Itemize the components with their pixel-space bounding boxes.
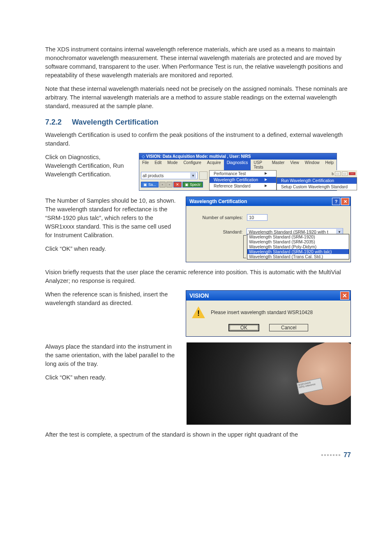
paragraph: Click “OK” when ready. [45, 373, 179, 382]
help-icon[interactable]: ? [332, 198, 340, 205]
standard-label: Standard: [194, 229, 242, 234]
ok-button[interactable]: OK [228, 324, 259, 331]
diagnostics-submenu: Performance Test▶ Wavelength Certificati… [209, 170, 277, 190]
num-samples-label: Number of samples: [194, 215, 243, 220]
product-combo[interactable]: all products▼ [141, 172, 198, 179]
section-number: 7.2.2 [45, 118, 70, 127]
cancel-button[interactable]: Cancel [269, 324, 308, 331]
menu-item[interactable]: Mode [164, 160, 180, 170]
close-icon[interactable]: ✕ [341, 198, 349, 205]
page-footer: 77 [45, 451, 351, 459]
menu-item[interactable]: View [287, 160, 302, 170]
paragraph: Click on Diagnostics, Wavelength Certifi… [45, 153, 131, 179]
paragraph: When the reference scan is finished, ins… [45, 290, 178, 308]
paragraph: Always place the standard into the instr… [45, 342, 179, 368]
task-button[interactable]: ▫ [166, 182, 173, 187]
menu-item[interactable]: Help [322, 160, 337, 170]
standard-dropdown-list: Wavelength Standard (SRM-1920) Wavelengt… [247, 234, 349, 259]
window-titlebar: ◇ VISION: Data Acquisition Mode: multivi… [139, 153, 337, 160]
messagebox-titlebar: VISION ✕ [186, 291, 350, 301]
paragraph: Wavelength Certification is used to conf… [45, 131, 351, 148]
paragraph: After the test is complete, a spectrum o… [45, 430, 351, 439]
close-button[interactable]: ✕ [173, 182, 182, 187]
num-samples-input[interactable]: 10 [247, 214, 267, 221]
toolbar-chip: ▭ [335, 171, 341, 176]
task-button[interactable]: ▫ [159, 182, 166, 187]
toolbar-button[interactable] [199, 171, 208, 180]
menu-item[interactable]: Edit [152, 160, 164, 170]
dialog-titlebar: Wavelength Certification ? ✕ [186, 197, 350, 206]
paragraph: The XDS instrument contains internal wav… [45, 45, 351, 80]
paragraph: Vision briefly requests that the user pl… [45, 268, 351, 285]
dropdown-option[interactable]: Wavelength Standard (Poly-Didym) [247, 244, 349, 249]
submenu-item[interactable]: Performance Test▶ [210, 171, 276, 177]
dropdown-option[interactable]: Wavelength Standard (SRM-1920) [247, 234, 349, 239]
chevron-down-icon: ▼ [190, 173, 196, 178]
toolbar-chip: ▭ [342, 171, 348, 176]
menu-item-open[interactable]: Diagnostics [224, 160, 251, 170]
menubar: File Edit Mode Configure Acquire Diagnos… [139, 160, 337, 170]
menu-item[interactable]: Configure [180, 160, 204, 170]
wavelength-cert-dialog: Wavelength Certification ? ✕ Number of s… [186, 197, 351, 262]
instrument-photo: WSR10428 NIRS reference [187, 342, 351, 425]
paragraph: Click “OK” when ready. [45, 245, 178, 253]
paragraph: Note that these internal wavelength mate… [45, 85, 351, 111]
menu-item[interactable]: Window [302, 160, 323, 170]
submenu-item[interactable]: Reference Standard▶ [210, 183, 276, 189]
task-button[interactable]: ▣Spectr [182, 182, 203, 187]
submenu-item-selected[interactable]: Run Wavelength Certification [277, 178, 357, 184]
section-title: Wavelength Certification [72, 118, 158, 126]
page-number: 77 [344, 451, 351, 459]
section-heading: 7.2.2 Wavelength Certification [45, 118, 351, 127]
paragraph: The Number of Samples should be 10, as s… [45, 197, 178, 240]
dropdown-option[interactable]: Wavelength Standard (SRM-2035) [247, 239, 349, 244]
footer-dots-icon [321, 454, 340, 456]
task-button[interactable]: ▣Sa... [141, 182, 159, 187]
submenu-item-selected[interactable]: Wavelength Certification▶ [210, 177, 276, 183]
dropdown-option[interactable]: Wavelength Standard (Trans Cal. Std.) [247, 254, 349, 259]
menu-item[interactable]: File [139, 160, 152, 170]
messagebox-text: Please insert wavelength standard WSR104… [211, 310, 313, 315]
menu-item[interactable]: USP Tests [251, 160, 269, 170]
dropdown-option-selected[interactable]: Wavelength Standard (SRM-1920 with talc) [247, 249, 349, 254]
vision-messagebox: VISION ✕ ! Please insert wavelength stan… [186, 290, 351, 337]
wc-submenu: Run Wavelength Certification Setup Custo… [277, 177, 357, 190]
document-page: The XDS instrument contains internal wav… [0, 0, 392, 475]
submenu-item[interactable]: Setup Custom Wavelength Standard [277, 184, 357, 190]
toolbar-chip: ∙∙∙∙ [349, 172, 355, 175]
app-window-screenshot: ◇ VISION: Data Acquisition Mode: multivi… [139, 153, 337, 191]
close-icon[interactable]: ✕ [340, 291, 349, 300]
warning-icon: ! [192, 306, 205, 318]
menu-item[interactable]: Acquire [204, 160, 224, 170]
menu-item[interactable]: Master [269, 160, 288, 170]
